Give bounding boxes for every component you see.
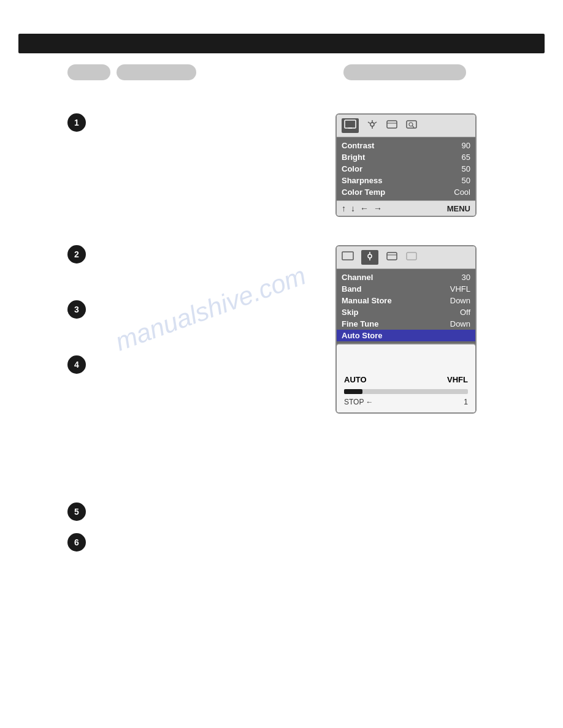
menu-row-color: Color 50 (342, 163, 470, 175)
step-5-label: 5 (74, 507, 79, 517)
color-label: Color (342, 164, 362, 173)
svg-rect-0 (345, 120, 356, 128)
menu-header-2 (337, 246, 475, 269)
svg-line-11 (413, 126, 415, 128)
channel-number: 1 (464, 398, 468, 406)
header-bar (18, 34, 545, 53)
svg-rect-18 (407, 252, 416, 260)
step-6-circle: 6 (67, 533, 86, 552)
menu-row-skip: Skip Off (342, 306, 470, 318)
clock-icon (386, 119, 398, 132)
watermark: manualshive.com (112, 261, 310, 357)
bright-label: Bright (342, 153, 365, 162)
channel-value: 30 (462, 273, 470, 282)
svg-point-13 (368, 254, 372, 258)
step-5-circle: 5 (67, 502, 86, 521)
svg-line-6 (375, 122, 377, 124)
arrow-up-icon: ↑ (342, 203, 346, 213)
svg-rect-16 (387, 252, 397, 260)
menu-row-autostore: Auto Store (337, 330, 475, 341)
step-4-label: 4 (74, 360, 79, 370)
clock-icon-2 (386, 251, 398, 264)
autostore-bottom-row: STOP ← 1 (344, 398, 468, 406)
menu-box-picture: Contrast 90 Bright 65 Color 50 Sharpness… (335, 113, 477, 217)
svg-rect-9 (407, 121, 416, 128)
manualstore-value: Down (450, 296, 470, 305)
sharpness-value: 50 (462, 176, 470, 185)
step-3-label: 3 (74, 305, 79, 314)
antenna-icon-2 (361, 250, 378, 265)
svg-line-5 (368, 122, 370, 124)
step-3-circle: 3 (67, 300, 86, 319)
contrast-label: Contrast (342, 141, 374, 150)
search-icon-2 (405, 251, 418, 264)
menu-row-band: Band VHFL (342, 283, 470, 295)
svg-point-10 (409, 123, 413, 126)
step-1-label: 1 (74, 118, 79, 127)
skip-label: Skip (342, 308, 358, 317)
antenna-icon (366, 119, 378, 132)
autostore-content: AUTO VHFL STOP ← 1 (337, 344, 475, 412)
menu-footer-1: ↑ ↓ ← → MENU (337, 200, 475, 216)
finetune-value: Down (450, 319, 470, 328)
arrow-right-icon: → (373, 203, 382, 213)
search-icon (405, 119, 418, 132)
finetune-label: Fine Tune (342, 319, 378, 328)
colortemp-value: Cool (454, 188, 470, 197)
menu-header-1 (337, 115, 475, 137)
menu-row-sharpness: Sharpness 50 (342, 175, 470, 186)
progress-bar-fill (344, 389, 362, 394)
color-value: 50 (462, 164, 470, 173)
channel-label: Channel (342, 273, 373, 282)
svg-rect-12 (342, 252, 353, 260)
menu-row-manualstore: Manual Store Down (342, 295, 470, 306)
menu-row-colortemp: Color Temp Cool (342, 186, 470, 198)
autostore-band-label: VHFL (447, 375, 468, 384)
band-value: VHFL (450, 284, 470, 294)
sharpness-label: Sharpness (342, 176, 382, 185)
tv-icon-2 (342, 251, 354, 264)
arrow-down-icon: ↓ (351, 203, 355, 213)
step-1-circle: 1 (67, 113, 86, 132)
tab-pill-1 (67, 64, 110, 80)
menu-row-contrast: Contrast 90 (342, 140, 470, 151)
autostore-label: Auto Store (342, 331, 382, 340)
menu-row-finetune: Fine Tune Down (342, 318, 470, 330)
bright-value: 65 (462, 153, 470, 162)
arrow-left-icon: ← (360, 203, 369, 213)
step-4-circle: 4 (67, 355, 86, 374)
svg-point-2 (370, 123, 374, 126)
colortemp-label: Color Temp (342, 188, 385, 197)
tv-icon (342, 118, 359, 133)
menu-row-channel: Channel 30 (342, 271, 470, 283)
svg-rect-7 (387, 121, 397, 128)
step-2-circle: 2 (67, 245, 86, 264)
manualstore-label: Manual Store (342, 296, 392, 305)
menu1-key-label: MENU (447, 204, 470, 213)
menu-rows-2: Channel 30 Band VHFL Manual Store Down S… (337, 269, 475, 344)
band-label: Band (342, 284, 362, 294)
autostore-auto-label: AUTO (344, 375, 367, 384)
stop-label: STOP ← (344, 398, 373, 406)
skip-value: Off (460, 308, 470, 317)
menu-row-bright: Bright 65 (342, 151, 470, 163)
autostore-top-row: AUTO VHFL (344, 375, 468, 384)
progress-bar-container (344, 389, 468, 394)
menu-rows-1: Contrast 90 Bright 65 Color 50 Sharpness… (337, 137, 475, 200)
step-2-label: 2 (74, 249, 79, 259)
step-6-label: 6 (74, 537, 79, 547)
autostore-box: AUTO VHFL STOP ← 1 (335, 343, 477, 414)
tab-pill-2 (117, 64, 196, 80)
tab-pill-3 (343, 64, 466, 80)
contrast-value: 90 (462, 141, 470, 150)
